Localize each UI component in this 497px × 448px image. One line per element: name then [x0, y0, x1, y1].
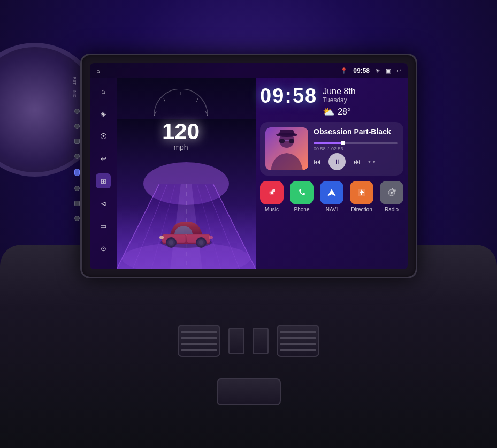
temperature-display: 28°	[338, 107, 350, 117]
sidebar-vol-icon[interactable]: ⊲	[96, 196, 111, 211]
music-info: Obsession Part-Black 00:58 / 02:56	[314, 127, 398, 170]
next-button[interactable]: ⏭	[353, 157, 361, 166]
music-progress-bar[interactable]	[314, 142, 398, 144]
music-progress-fill	[314, 142, 343, 144]
music-progress-dot	[341, 141, 345, 145]
screen-main-content: 120 mph	[117, 78, 408, 269]
sidebar-navigate-icon[interactable]: ◈	[96, 106, 111, 121]
vol-btn[interactable]	[74, 186, 80, 191]
prev-button[interactable]: ⏮	[314, 157, 321, 166]
app-item-phone[interactable]: Phone	[290, 181, 314, 212]
nav-btn[interactable]	[74, 124, 80, 129]
center-console	[217, 378, 281, 405]
status-bar: ⌂ 📍 09:58 ☀ ▣ ↩	[90, 63, 408, 78]
clock-time: 09:58	[260, 85, 317, 108]
svg-rect-32	[279, 139, 285, 143]
clock-date: June 8th	[323, 87, 355, 96]
album-art-svg	[265, 127, 308, 170]
more-options-dots[interactable]: • •	[368, 157, 376, 166]
navi-app-icon	[320, 181, 343, 204]
clock-day: Tuesday	[323, 96, 355, 104]
svg-point-38	[295, 186, 308, 199]
apps-btn[interactable]	[74, 169, 80, 176]
clock-weather-widget: 09:58 June 8th Tuesday ⛅ 28°	[260, 85, 403, 118]
direction-app-icon	[350, 181, 373, 204]
radio-icon-svg	[385, 186, 398, 199]
vent-left	[178, 325, 220, 357]
music-controls: ⏮ ⏸ ⏭ • •	[314, 153, 398, 170]
app-grid: Music Phone	[260, 181, 403, 212]
svg-rect-33	[289, 139, 294, 143]
weather-row: ⛅ 28°	[323, 106, 355, 118]
direction-icon-svg	[355, 186, 368, 199]
music-time-display: 00:58 / 02:56	[314, 146, 398, 151]
music-widget: Obsession Part-Black 00:58 / 02:56	[260, 122, 403, 176]
brightness-icon[interactable]: ☀	[375, 67, 380, 74]
bt-btn[interactable]	[74, 139, 80, 144]
navi-icon-svg	[325, 186, 338, 199]
sidebar-home-icon[interactable]: ⌂	[96, 83, 111, 98]
infotainment-screen: ⌂ 📍 09:58 ☀ ▣ ↩ ⌂ ◈ ⦿ ↩ ⊞ ⊲ ▭ ⊙	[90, 63, 408, 269]
speed-value: 120	[149, 120, 213, 143]
navi-app-label: NAVI	[326, 207, 338, 212]
play-pause-icon: ⏸	[334, 158, 340, 165]
sidebar-tv-icon[interactable]: ▭	[96, 218, 111, 233]
back-icon[interactable]: ↩	[396, 67, 401, 74]
direction-app-label: Direction	[351, 207, 372, 212]
home-icon[interactable]: ⌂	[96, 67, 100, 74]
sidebar-back-icon[interactable]: ↩	[96, 151, 111, 166]
radio-app-label: Radio	[385, 207, 399, 212]
road-speedometer-area: 120 mph	[117, 78, 256, 269]
weather-cloud-icon: ⛅	[323, 106, 334, 118]
back-btn[interactable]	[74, 154, 80, 159]
date-weather-container: June 8th Tuesday ⛅ 28°	[323, 85, 355, 118]
app-item-radio[interactable]: Radio	[380, 181, 403, 212]
music-app-icon	[260, 181, 284, 204]
speed-display: 120 mph	[149, 89, 213, 151]
nic-label: NIC	[72, 90, 77, 98]
play-pause-button[interactable]: ⏸	[328, 153, 346, 170]
svg-line-13	[164, 98, 165, 102]
sidebar-settings-icon[interactable]: ⊙	[96, 241, 111, 256]
sidebar-bluetooth-icon[interactable]: ⦿	[96, 128, 111, 143]
svg-point-51	[394, 190, 395, 191]
music-title: Obsession Part-Black	[314, 127, 398, 136]
screen-sidebar: ⌂ ◈ ⦿ ↩ ⊞ ⊲ ▭ ⊙	[90, 78, 117, 269]
phone-icon-svg	[295, 186, 308, 199]
rst-label: RST	[72, 77, 77, 85]
time-separator: /	[328, 146, 330, 151]
current-time: 00:58	[314, 146, 326, 151]
radio-app-icon	[380, 181, 403, 204]
svg-line-15	[196, 98, 198, 102]
right-info-panel: 09:58 June 8th Tuesday ⛅ 28°	[256, 78, 408, 269]
speed-unit: mph	[149, 143, 213, 151]
status-time: 09:58	[353, 67, 370, 74]
phone-app-icon	[290, 181, 314, 204]
settings-btn[interactable]	[74, 216, 80, 221]
svg-point-48	[391, 192, 393, 194]
sidebar-apps-icon[interactable]: ⊞	[96, 173, 111, 188]
total-time: 02:56	[331, 146, 343, 151]
location-icon: 📍	[340, 67, 348, 74]
phone-app-label: Phone	[294, 207, 310, 212]
app-item-navi[interactable]: NAVI	[320, 181, 343, 212]
speedo-arc	[149, 89, 213, 118]
status-bar-right: 📍 09:58 ☀ ▣ ↩	[340, 67, 401, 74]
vent-center-left	[228, 328, 244, 354]
status-bar-left: ⌂	[96, 67, 100, 74]
air-vents	[86, 320, 411, 362]
window-icon[interactable]: ▣	[386, 67, 391, 74]
radio-btn[interactable]	[74, 201, 80, 206]
vent-right	[277, 325, 319, 357]
app-item-music[interactable]: Music	[260, 181, 284, 212]
app-item-direction[interactable]: Direction	[350, 181, 373, 212]
music-icon-svg	[265, 186, 278, 199]
album-art	[265, 127, 308, 170]
power-btn[interactable]	[74, 109, 80, 114]
music-app-label: Music	[265, 207, 279, 212]
vent-center-right	[253, 328, 269, 354]
road-background: 120 mph	[117, 78, 256, 269]
road-floor-glow	[117, 205, 256, 269]
